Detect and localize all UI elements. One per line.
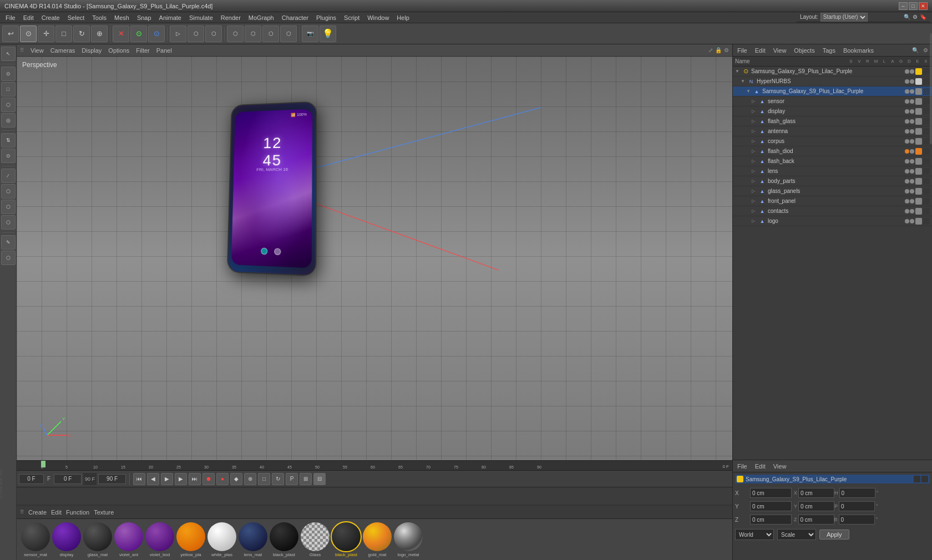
- motion-blur-button[interactable]: ⊞: [300, 473, 312, 485]
- sel-all-button[interactable]: □: [258, 473, 270, 485]
- obj-objects-menu[interactable]: Objects: [792, 47, 817, 54]
- record-button[interactable]: ⏺: [202, 473, 215, 485]
- menu-file[interactable]: File: [2, 13, 19, 23]
- knife-tool[interactable]: ∕: [1, 169, 16, 183]
- z2-field[interactable]: [798, 515, 834, 525]
- mirror-tool[interactable]: ⇅: [1, 133, 16, 147]
- sketch-tool[interactable]: ⬡: [1, 251, 16, 265]
- search-icon[interactable]: 🔍: [904, 14, 910, 20]
- menu-edit[interactable]: Edit: [20, 13, 37, 23]
- menu-create[interactable]: Create: [38, 13, 63, 23]
- attr-file-menu[interactable]: File: [735, 462, 749, 470]
- viewport-options-menu[interactable]: Options: [108, 47, 129, 54]
- prev-frame-button[interactable]: ◀: [147, 473, 159, 485]
- yaxis-button[interactable]: ⊙: [130, 26, 147, 42]
- play-options-button[interactable]: P: [286, 473, 298, 485]
- obj-front-panel[interactable]: ▷ ▲ front_panel: [733, 196, 932, 206]
- viewport-panel-menu[interactable]: Panel: [156, 47, 172, 54]
- obj-logo[interactable]: ▷ ▲ logo: [733, 216, 932, 226]
- zaxis-button[interactable]: ⊙: [148, 26, 165, 42]
- extrude-tool[interactable]: ⬡: [1, 184, 16, 198]
- live-select[interactable]: ⊙: [1, 67, 16, 81]
- obj-lens[interactable]: ▷ ▲ lens: [733, 166, 932, 176]
- poly-mode-button[interactable]: ⬡: [280, 26, 297, 42]
- frame-input[interactable]: [54, 474, 82, 484]
- obj-file-menu[interactable]: File: [735, 47, 749, 54]
- undo-button[interactable]: ↩: [2, 26, 19, 42]
- x-field[interactable]: [750, 488, 792, 498]
- add-button[interactable]: ✛: [38, 26, 54, 42]
- menu-character[interactable]: Character: [278, 13, 312, 23]
- play-button[interactable]: ▶: [161, 473, 173, 485]
- xaxis-button[interactable]: ✕: [113, 26, 129, 42]
- coord-system-select[interactable]: World Object: [735, 529, 774, 540]
- object-button[interactable]: □: [55, 26, 72, 42]
- obj-bookmarks-menu[interactable]: Bookmarks: [841, 47, 876, 54]
- obj-glass-panels[interactable]: ▷ ▲ glass_panels: [733, 186, 932, 196]
- go-to-start-button[interactable]: ⏮: [133, 473, 145, 485]
- magnet-tool[interactable]: ⊙: [1, 149, 16, 163]
- material-yellow-plastic[interactable]: yellow_pla: [176, 522, 205, 557]
- h-field[interactable]: [839, 488, 875, 498]
- obj-settings-icon[interactable]: ⚙: [921, 46, 930, 55]
- material-violet-body[interactable]: violet_bod: [145, 522, 174, 557]
- y2-field[interactable]: [798, 501, 834, 511]
- obj-body-parts[interactable]: ▷ ▲ body_parts: [733, 176, 932, 186]
- viewport-view-menu[interactable]: View: [31, 47, 44, 54]
- menu-help[interactable]: Help: [393, 13, 413, 23]
- gear-icon[interactable]: ⚙: [913, 14, 918, 20]
- obj-galaxy[interactable]: ▼ ▲ Samsung_Galaxy_S9_Plus_Lilac_Purple: [733, 86, 932, 96]
- coord-mode-select[interactable]: Scale Absolute: [777, 529, 816, 540]
- end-frame-field[interactable]: [98, 474, 126, 484]
- go-to-end-button[interactable]: ⏭: [189, 473, 201, 485]
- mat-function-menu[interactable]: Function: [66, 509, 89, 516]
- loop-select[interactable]: ◎: [1, 113, 16, 128]
- obj-corpus[interactable]: ▷ ▲ corpus: [733, 136, 932, 146]
- right-scrollbar[interactable]: [930, 33, 932, 144]
- menu-tools[interactable]: Tools: [89, 13, 110, 23]
- cursor-tool[interactable]: ↖: [1, 47, 16, 61]
- menu-mograph[interactable]: MoGraph: [245, 13, 277, 23]
- mat-create-menu[interactable]: Create: [28, 509, 47, 516]
- obj-tags-menu[interactable]: Tags: [820, 47, 838, 54]
- z-field[interactable]: [750, 515, 792, 525]
- menu-snap[interactable]: Snap: [134, 13, 155, 23]
- desel-button[interactable]: ↻: [272, 473, 284, 485]
- bevel-tool[interactable]: ⬡: [1, 200, 16, 214]
- menu-window[interactable]: Window: [364, 13, 392, 23]
- menu-plugins[interactable]: Plugins: [313, 13, 340, 23]
- viewport-grip[interactable]: ⠿: [20, 47, 24, 53]
- rectangle-select[interactable]: □: [1, 82, 16, 96]
- object-mode-button[interactable]: ⬡: [227, 26, 244, 42]
- menu-animate[interactable]: Animate: [156, 13, 185, 23]
- add-track-button[interactable]: ⊕: [244, 473, 256, 485]
- menu-script[interactable]: Script: [341, 13, 363, 23]
- material-lens-mat[interactable]: lens_mat: [239, 522, 267, 557]
- edge-mode-button[interactable]: ⬡: [262, 26, 279, 42]
- obj-view-menu[interactable]: View: [771, 47, 789, 54]
- y-field[interactable]: [750, 501, 792, 511]
- material-sensor-mat[interactable]: sensor_mat: [21, 522, 50, 557]
- mat-grip[interactable]: ⠿: [20, 509, 24, 515]
- render-region-button[interactable]: ▷: [170, 26, 186, 42]
- poly-select[interactable]: ⬡: [1, 98, 16, 112]
- x2-field[interactable]: [798, 488, 834, 498]
- rotate-button[interactable]: ↻: [73, 26, 90, 42]
- material-display[interactable]: display: [52, 522, 81, 557]
- obj-display[interactable]: ▷ ▲ display: [733, 106, 932, 116]
- close-button[interactable]: ✕: [919, 2, 928, 10]
- material-glass-mat[interactable]: glass_mat: [83, 522, 112, 557]
- bridge-tool[interactable]: ⬡: [1, 215, 16, 230]
- obj-flash-back[interactable]: ▷ ▲ flash_back: [733, 156, 932, 166]
- minimize-button[interactable]: –: [899, 2, 908, 10]
- render-all-button[interactable]: ⬡: [205, 26, 222, 42]
- camera-button[interactable]: 📷: [302, 26, 318, 42]
- range-button[interactable]: ⊟: [313, 473, 326, 485]
- obj-flash-diod[interactable]: ▷ ▲ flash_diod: [733, 146, 932, 156]
- obj-antenna[interactable]: ▷ ▲ antenna: [733, 126, 932, 136]
- material-glass[interactable]: Glass: [301, 522, 330, 557]
- material-logo-metal[interactable]: logo_metal: [394, 522, 423, 557]
- material-black-plastic[interactable]: black_plast: [270, 522, 298, 557]
- viewport-settings-icon[interactable]: ⚙: [724, 47, 729, 53]
- maximize-button[interactable]: □: [909, 2, 918, 10]
